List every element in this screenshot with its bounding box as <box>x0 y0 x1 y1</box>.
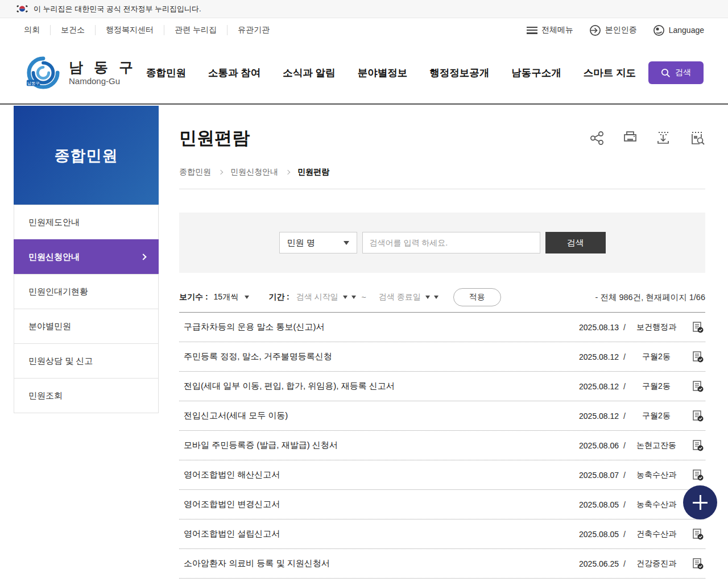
breadcrumb-item[interactable]: 종합민원 <box>179 167 211 177</box>
print-icon[interactable] <box>622 130 638 146</box>
complaint-date: 2025.08.13 <box>571 323 619 332</box>
breadcrumb-item[interactable]: 민원편람 <box>297 167 329 177</box>
end-date-picker-icons[interactable] <box>425 296 439 299</box>
main-nav-item[interactable]: 스마트 지도 <box>584 66 636 80</box>
main-nav-item[interactable]: 소식과 알림 <box>283 66 335 80</box>
complaint-department: 보건행정과 <box>630 322 682 332</box>
calendar-dropdown-icon[interactable] <box>434 296 439 299</box>
sidebar-item[interactable]: 민원신청안내 <box>14 239 159 275</box>
complaint-title-link[interactable]: 구급차차등의 운용 말소 통보(신고)서 <box>179 322 571 332</box>
complaint-date: 2025.06.25 <box>571 559 619 568</box>
complaint-title-link[interactable]: 영어조합법인 해산신고서 <box>179 469 571 480</box>
result-summary: - 전체 986건, 현재페이지 1/66 <box>595 292 705 303</box>
identity-verification-button[interactable]: 본인인증 <box>589 24 637 36</box>
breadcrumb-item[interactable]: 민원신청안내 <box>230 167 278 177</box>
main-nav-item[interactable]: 행정정보공개 <box>429 66 489 80</box>
all-menu-button[interactable]: 전체메뉴 <box>527 25 573 35</box>
main-nav-item[interactable]: 소통과 참여 <box>208 66 260 80</box>
list-item: 전입신고서(세대 모두 이동) 2025.08.12 / 구월2동 <box>179 401 705 431</box>
document-check-icon[interactable] <box>692 380 704 393</box>
download-icon[interactable] <box>655 130 671 146</box>
document-check-icon[interactable] <box>692 469 704 481</box>
sidebar-item[interactable]: 민원조회 <box>14 378 159 413</box>
calendar-dropdown-icon[interactable] <box>351 296 356 299</box>
share-icon[interactable] <box>589 130 605 146</box>
utility-link[interactable]: 관련 누리집 <box>175 25 217 34</box>
view-count-value[interactable]: 15개씩 <box>214 292 239 302</box>
list-item: 소아암환자 의료비 등록 및 지원신청서 2025.06.25 / 건강증진과 <box>179 549 705 579</box>
utility-link[interactable]: 유관기관 <box>238 25 270 34</box>
complaint-date: 2025.08.12 <box>571 352 619 361</box>
start-date-picker-icons[interactable] <box>343 296 356 299</box>
utility-link[interactable]: 행정복지센터 <box>106 25 154 34</box>
calendar-dropdown-icon[interactable] <box>343 296 348 299</box>
site-logo[interactable]: 남동구 남 동 구 Namdong-Gu <box>26 55 136 90</box>
end-date-field[interactable]: 검색 종료일 <box>379 292 421 302</box>
korea-flag-icon <box>16 5 28 13</box>
view-count-dropdown-icon[interactable] <box>245 296 249 299</box>
sidebar-item[interactable]: 민원인대기현황 <box>14 274 159 309</box>
main-content: 민원편람 <box>179 106 705 579</box>
complaint-title-link[interactable]: 영어조합법인 변경신고서 <box>179 499 571 510</box>
sidebar-item-label: 민원조회 <box>28 390 63 401</box>
search-icon <box>661 68 671 78</box>
document-search-icon[interactable] <box>688 130 705 146</box>
utility-nav: 의회 보건소 행정복지센터 관련 누리집 유관기관 전체메뉴 본인인증 <box>0 18 728 42</box>
search-input[interactable] <box>362 232 540 253</box>
sidebar: 종합민원 민원제도안내 민원신청안내 민원인대기현황 분야별민원 <box>14 106 159 413</box>
page-action-icons <box>589 130 705 146</box>
login-arrow-icon <box>589 24 601 36</box>
sidebar-item[interactable]: 민원상담 및 신고 <box>14 343 159 379</box>
utility-link[interactable]: 보건소 <box>61 25 85 34</box>
svg-text:남동구: 남동구 <box>27 81 40 86</box>
hamburger-icon <box>527 27 537 34</box>
sidebar-menu: 민원제도안내 민원신청안내 민원인대기현황 분야별민원 민원상담 및 신고 <box>14 205 159 413</box>
sidebar-item[interactable]: 민원제도안내 <box>14 205 159 240</box>
complaint-title-link[interactable]: 전입(세대 일부 이동, 편입, 합가, 위임용), 재등록 신고서 <box>179 381 571 392</box>
calendar-dropdown-icon[interactable] <box>425 296 430 299</box>
header-search-button[interactable]: 검색 <box>648 61 704 84</box>
complaint-department: 구월2동 <box>630 352 682 362</box>
complaint-title-link[interactable]: 소아암환자 의료비 등록 및 지원신청서 <box>179 558 571 569</box>
document-check-icon[interactable] <box>692 528 704 541</box>
search-category-select[interactable]: 민원 명 <box>279 232 357 253</box>
language-button[interactable]: Language <box>653 24 704 36</box>
breadcrumb-separator-icon <box>218 170 223 174</box>
date-dept-separator: / <box>623 441 626 450</box>
main-nav-item[interactable]: 분야별정보 <box>358 66 408 80</box>
breadcrumb-separator-icon <box>286 170 290 174</box>
period-label: 기간 : <box>268 292 289 302</box>
apply-button[interactable]: 적용 <box>453 288 501 306</box>
main-nav: 종합민원 소통과 참여 소식과 알림 분야별정보 행정정보공개 남동구소개 스마… <box>146 66 636 80</box>
list-item: 모바일 주민등록증 (발급, 재발급) 신청서 2025.08.06 / 논현고… <box>179 431 705 460</box>
search-panel: 민원 명 검색 <box>179 213 705 273</box>
list-item: 구급차차등의 운용 말소 통보(신고)서 2025.08.13 / 보건행정과 <box>179 313 705 342</box>
main-nav-item[interactable]: 남동구소개 <box>511 66 561 80</box>
complaint-title-link[interactable]: 주민등록 정정, 말소, 거주불명등록신청 <box>179 351 571 362</box>
complaint-title-link[interactable]: 전입신고서(세대 모두 이동) <box>179 410 571 421</box>
start-date-field[interactable]: 검색 시작일 <box>296 292 338 302</box>
document-check-icon[interactable] <box>692 558 704 570</box>
document-check-icon[interactable] <box>692 410 704 422</box>
sidebar-item[interactable]: 분야별민원 <box>14 309 159 344</box>
complaint-title-link[interactable]: 영어조합법인 설립신고서 <box>179 529 571 539</box>
complaint-date: 2025.08.06 <box>571 441 619 450</box>
complaint-date: 2025.08.12 <box>571 382 619 391</box>
complaint-date: 2025.08.12 <box>571 411 619 421</box>
complaint-date: 2025.08.05 <box>571 530 619 539</box>
floating-add-button[interactable] <box>683 485 717 519</box>
date-dept-separator: / <box>623 500 626 509</box>
utility-link[interactable]: 의회 <box>24 25 40 34</box>
complaint-title-link[interactable]: 모바일 주민등록증 (발급, 재발급) 신청서 <box>179 440 571 451</box>
site-name-en: Namdong-Gu <box>69 76 136 86</box>
date-dept-separator: / <box>623 530 626 539</box>
complaint-department: 건강증진과 <box>630 559 682 569</box>
document-check-icon[interactable] <box>692 351 704 363</box>
page-title: 민원편람 <box>179 126 250 150</box>
main-nav-item[interactable]: 종합민원 <box>146 66 186 80</box>
document-check-icon[interactable] <box>692 321 704 334</box>
search-button[interactable]: 검색 <box>545 232 606 253</box>
document-check-icon[interactable] <box>692 439 704 452</box>
namdonggu-logo-icon: 남동구 <box>26 55 61 90</box>
date-dept-separator: / <box>623 411 626 421</box>
